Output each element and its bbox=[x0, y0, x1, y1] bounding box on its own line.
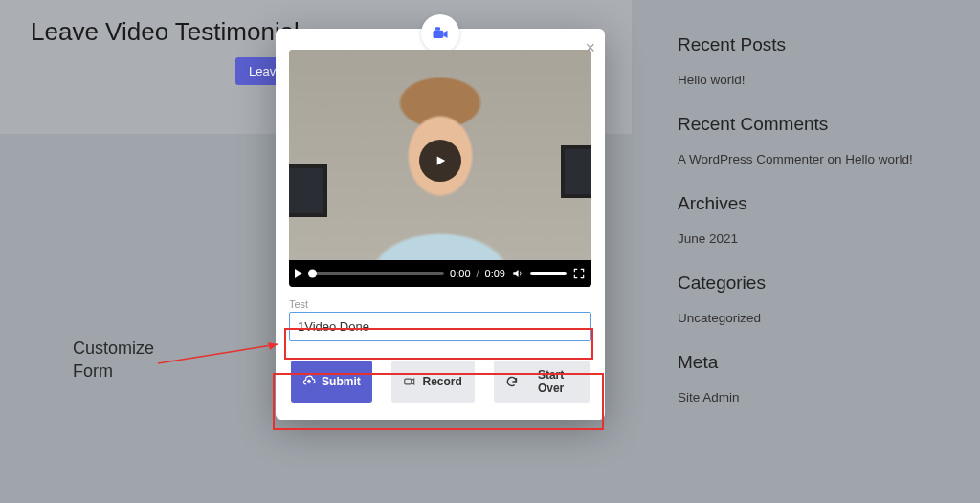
recent-comments-heading: Recent Comments bbox=[678, 114, 957, 135]
cloud-upload-icon bbox=[302, 375, 316, 388]
meta-heading: Meta bbox=[678, 352, 957, 373]
start-over-button-label: Start Over bbox=[523, 368, 578, 395]
form-field-label: Test bbox=[289, 298, 591, 310]
recent-comments-item[interactable]: A WordPress Commenter on Hello world! bbox=[678, 152, 957, 166]
recent-posts-item[interactable]: Hello world! bbox=[678, 73, 957, 87]
categories-heading: Categories bbox=[678, 273, 957, 294]
button-row: Submit Record Start Over bbox=[289, 361, 591, 406]
annotation-label: Customize Form bbox=[73, 337, 154, 383]
progress-bar[interactable] bbox=[308, 272, 444, 275]
play-icon bbox=[433, 153, 448, 168]
annotation-label-line: Form bbox=[73, 360, 154, 383]
submit-button-label: Submit bbox=[322, 375, 361, 388]
video-bg-monitor bbox=[289, 164, 327, 217]
page-title: Leave Video Testimonial bbox=[31, 17, 300, 47]
time-current: 0:00 bbox=[450, 268, 470, 279]
video-testimonial-modal: × 0:00 / 0:09 Test Subm bbox=[276, 29, 605, 420]
sidebar: Recent Posts Hello world! Recent Comment… bbox=[655, 0, 980, 410]
svg-rect-2 bbox=[405, 379, 412, 384]
modal-header-icon-wrap bbox=[421, 14, 459, 53]
video-preview[interactable]: 0:00 / 0:09 bbox=[289, 50, 591, 287]
fullscreen-icon[interactable] bbox=[572, 267, 586, 280]
video-bg-monitor bbox=[561, 145, 591, 198]
submit-button[interactable]: Submit bbox=[291, 361, 372, 403]
play-overlay-button[interactable] bbox=[419, 140, 461, 182]
test-input[interactable] bbox=[289, 312, 591, 341]
video-controls: 0:00 / 0:09 bbox=[289, 260, 591, 287]
time-total: 0:09 bbox=[485, 268, 505, 279]
archives-heading: Archives bbox=[678, 193, 957, 214]
camera-icon bbox=[431, 24, 450, 43]
meta-item[interactable]: Site Admin bbox=[678, 390, 957, 405]
time-sep: / bbox=[477, 268, 479, 279]
archives-item[interactable]: June 2021 bbox=[678, 231, 957, 246]
undo-icon bbox=[505, 375, 519, 388]
annotation-label-line: Customize bbox=[73, 337, 154, 360]
volume-bar[interactable] bbox=[530, 272, 567, 275]
record-button[interactable]: Record bbox=[391, 361, 475, 403]
record-button-label: Record bbox=[422, 375, 461, 388]
recent-posts-heading: Recent Posts bbox=[678, 34, 957, 55]
volume-icon[interactable] bbox=[511, 267, 524, 280]
start-over-button[interactable]: Start Over bbox=[494, 361, 590, 403]
categories-item[interactable]: Uncategorized bbox=[678, 311, 957, 325]
svg-rect-0 bbox=[434, 31, 444, 38]
video-icon bbox=[403, 375, 416, 388]
form-area: Test Submit Record Start Over bbox=[276, 287, 605, 420]
play-icon[interactable] bbox=[295, 269, 302, 278]
svg-rect-1 bbox=[435, 27, 440, 30]
